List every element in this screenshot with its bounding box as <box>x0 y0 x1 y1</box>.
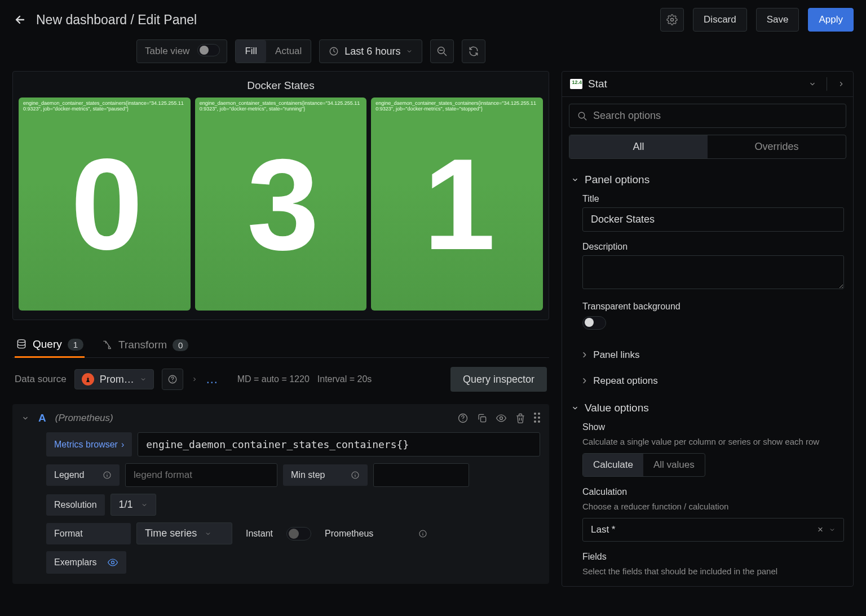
tab-all[interactable]: All <box>569 135 708 158</box>
query-options-more[interactable]: … <box>206 372 218 387</box>
chevron-down-icon[interactable] <box>808 80 816 88</box>
tab-overrides[interactable]: Overrides <box>708 135 846 158</box>
legend-input[interactable] <box>125 463 277 487</box>
svg-point-7 <box>500 417 503 420</box>
transform-icon <box>101 339 113 351</box>
calculation-select[interactable]: Last * × <box>582 518 844 542</box>
panel-title-input[interactable] <box>582 207 844 232</box>
fill-actual-segment: Fill Actual <box>235 39 311 63</box>
chevron-right-icon <box>582 374 586 388</box>
refresh-button[interactable] <box>462 39 485 63</box>
svg-rect-6 <box>481 417 486 422</box>
data-source-label: Data source <box>15 374 67 385</box>
chevron-right-icon[interactable] <box>837 80 845 88</box>
repeat-options-section[interactable]: Repeat options <box>562 368 853 394</box>
panel-options-header[interactable]: Panel options <box>562 166 853 194</box>
help-icon[interactable] <box>457 413 469 424</box>
promql-input[interactable]: engine_daemon_container_states_container… <box>138 432 540 457</box>
panel-links-section[interactable]: Panel links <box>562 342 853 368</box>
info-icon <box>418 529 427 538</box>
search-icon <box>577 111 587 121</box>
svg-point-0 <box>671 19 674 21</box>
eye-icon[interactable] <box>496 413 507 424</box>
gear-icon <box>666 14 678 25</box>
metrics-browser-button[interactable]: Metrics browser › <box>46 432 132 457</box>
chevron-down-icon <box>140 376 147 383</box>
data-source-select[interactable]: Prom… <box>74 369 154 389</box>
instant-toggle[interactable] <box>286 527 311 540</box>
info-icon <box>103 471 112 480</box>
query-source: (Prometheus) <box>55 413 113 424</box>
time-range-picker[interactable]: Last 6 hours <box>319 39 422 63</box>
drag-handle-icon[interactable] <box>534 413 540 424</box>
chevron-down-icon <box>829 526 836 533</box>
tab-transform[interactable]: Transform 0 <box>100 333 189 357</box>
database-icon <box>16 339 27 350</box>
chevron-down-icon <box>205 530 211 537</box>
format-select[interactable]: Time series <box>136 522 232 544</box>
panel-settings-button[interactable] <box>660 8 684 32</box>
panel-description-input[interactable] <box>582 255 844 289</box>
viz-type-name: Stat <box>588 78 607 90</box>
query-letter: A <box>38 412 46 424</box>
zoom-out-icon <box>436 46 448 57</box>
fill-option[interactable]: Fill <box>236 40 266 63</box>
zoom-out-button[interactable] <box>430 39 454 63</box>
value-options-header[interactable]: Value options <box>562 394 853 422</box>
save-button[interactable]: Save <box>756 8 799 32</box>
chevron-down-icon <box>141 502 148 508</box>
data-source-help-button[interactable] <box>162 369 183 390</box>
search-options-input[interactable]: Search options <box>569 104 846 128</box>
tab-query[interactable]: Query 1 <box>15 333 85 358</box>
panel-title: Docker States <box>19 79 543 92</box>
clear-icon[interactable]: × <box>818 524 823 535</box>
chevron-down-icon <box>406 48 413 55</box>
actual-option[interactable]: Actual <box>266 40 311 63</box>
panel-preview: Docker States engine_daemon_container_st… <box>12 71 549 320</box>
trash-icon[interactable] <box>515 413 526 424</box>
chevron-right-icon <box>582 348 586 362</box>
stat-card: engine_daemon_container_states_container… <box>19 98 191 311</box>
svg-point-3 <box>17 340 25 343</box>
clock-icon <box>329 46 339 56</box>
chevron-right-icon[interactable] <box>191 376 198 383</box>
resolution-select[interactable]: 1/1 <box>111 494 156 516</box>
copy-icon[interactable] <box>476 413 488 424</box>
eye-icon[interactable] <box>107 557 118 568</box>
svg-point-12 <box>578 112 585 118</box>
table-view-switch[interactable] <box>197 44 220 56</box>
breadcrumb: New dashboard / Edit Panel <box>36 12 197 28</box>
discard-button[interactable]: Discard <box>693 8 747 32</box>
options-tab-segment: All Overrides <box>569 135 846 159</box>
show-all-values-option[interactable]: All values <box>643 454 705 476</box>
arrow-left-icon <box>13 13 26 26</box>
apply-button[interactable]: Apply <box>808 8 854 32</box>
stat-card: engine_daemon_container_states_container… <box>371 98 543 311</box>
stat-viz-icon: 12.4 <box>570 79 582 89</box>
query-row-a: A (Prometheus) Metrics browser › engine_… <box>12 404 549 584</box>
chevron-down-icon[interactable] <box>21 414 29 422</box>
info-icon <box>351 471 360 480</box>
chevron-right-icon: › <box>121 440 124 450</box>
query-inspector-button[interactable]: Query inspector <box>450 367 547 392</box>
show-calculate-option[interactable]: Calculate <box>583 454 643 476</box>
prometheus-icon <box>82 373 94 385</box>
stat-card: engine_daemon_container_states_container… <box>195 98 367 311</box>
table-view-toggle[interactable]: Table view <box>136 39 227 63</box>
min-step-input[interactable] <box>373 463 469 487</box>
transparent-bg-toggle[interactable] <box>582 316 606 330</box>
refresh-icon <box>468 46 479 57</box>
chevron-down-icon <box>571 176 579 184</box>
chevron-down-icon <box>571 404 579 412</box>
show-segment: Calculate All values <box>582 453 705 477</box>
help-icon <box>167 374 178 384</box>
svg-point-11 <box>111 561 114 564</box>
back-button[interactable] <box>12 12 27 27</box>
